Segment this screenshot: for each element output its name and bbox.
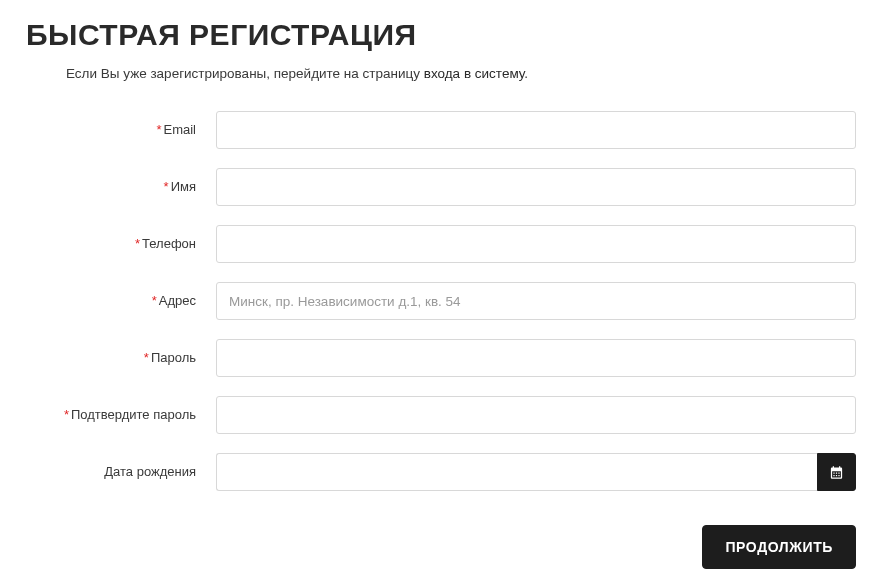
- row-email: *Email: [26, 111, 856, 149]
- label-password: *Пароль: [26, 339, 216, 368]
- email-field[interactable]: [216, 111, 856, 149]
- date-input-group: [216, 453, 856, 491]
- required-mark: *: [135, 236, 140, 251]
- registration-form: *Email *Имя *Телефон *Адрес *Пароль: [26, 111, 856, 569]
- row-dob: Дата рождения: [26, 453, 856, 491]
- row-confirm: *Подтвердите пароль: [26, 396, 856, 434]
- login-hint-prefix: Если Вы уже зарегистрированы, перейдите …: [66, 66, 424, 81]
- required-mark: *: [152, 293, 157, 308]
- label-name: *Имя: [26, 168, 216, 197]
- login-hint-suffix: .: [524, 66, 528, 81]
- required-mark: *: [144, 350, 149, 365]
- phone-field[interactable]: [216, 225, 856, 263]
- confirm-password-field[interactable]: [216, 396, 856, 434]
- password-field[interactable]: [216, 339, 856, 377]
- label-phone: *Телефон: [26, 225, 216, 254]
- dob-field[interactable]: [216, 453, 817, 491]
- label-address-text: Адрес: [159, 293, 196, 308]
- label-dob: Дата рождения: [26, 453, 216, 482]
- label-address: *Адрес: [26, 282, 216, 311]
- label-confirm: *Подтвердите пароль: [26, 396, 216, 425]
- calendar-icon: [829, 465, 844, 480]
- page-title: БЫСТРАЯ РЕГИСТРАЦИЯ: [26, 18, 856, 52]
- required-mark: *: [164, 179, 169, 194]
- form-actions: ПРОДОЛЖИТЬ: [26, 525, 856, 569]
- label-dob-text: Дата рождения: [104, 464, 196, 479]
- continue-button[interactable]: ПРОДОЛЖИТЬ: [702, 525, 856, 569]
- label-password-text: Пароль: [151, 350, 196, 365]
- login-link[interactable]: входа в систему: [424, 66, 524, 81]
- label-email: *Email: [26, 111, 216, 140]
- row-phone: *Телефон: [26, 225, 856, 263]
- login-hint: Если Вы уже зарегистрированы, перейдите …: [66, 66, 856, 81]
- address-field[interactable]: [216, 282, 856, 320]
- label-phone-text: Телефон: [142, 236, 196, 251]
- label-name-text: Имя: [171, 179, 196, 194]
- row-password: *Пароль: [26, 339, 856, 377]
- required-mark: *: [156, 122, 161, 137]
- label-confirm-text: Подтвердите пароль: [71, 407, 196, 422]
- label-email-text: Email: [163, 122, 196, 137]
- name-field[interactable]: [216, 168, 856, 206]
- required-mark: *: [64, 407, 69, 422]
- row-address: *Адрес: [26, 282, 856, 320]
- row-name: *Имя: [26, 168, 856, 206]
- date-picker-button[interactable]: [817, 453, 856, 491]
